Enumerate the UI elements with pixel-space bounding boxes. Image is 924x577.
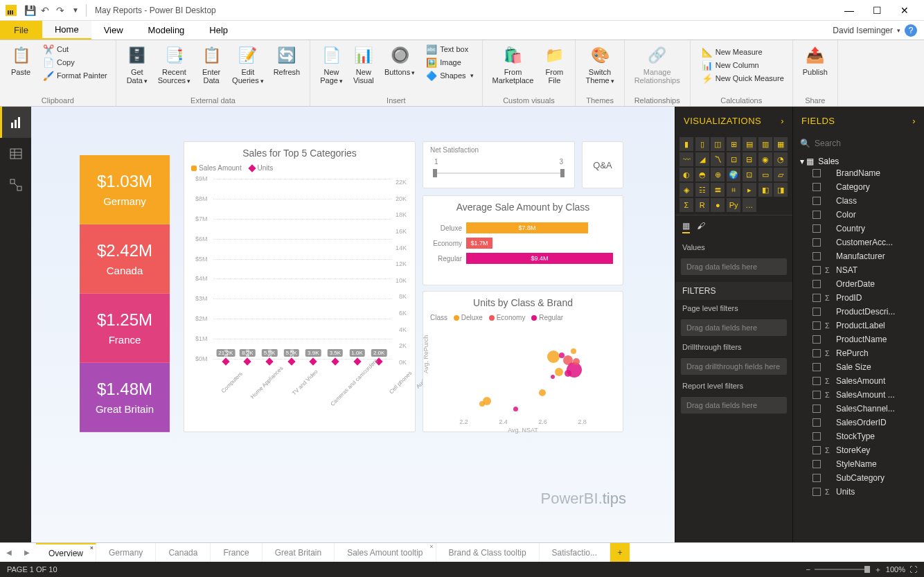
edit-queries-button[interactable]: 📝Edit Queries (228, 43, 268, 87)
viz-type[interactable]: ▱ (774, 168, 788, 181)
viz-type[interactable]: ▦ (774, 137, 788, 151)
from-marketplace-button[interactable]: 🛍️From Marketplace (488, 43, 538, 86)
user-name[interactable]: David Iseminger ▾ ? (833, 21, 924, 39)
viz-type[interactable]: ● (711, 198, 725, 212)
new-quick-measure-button[interactable]: ⚡New Quick Measure (699, 72, 787, 85)
from-file-button[interactable]: 📁From File (539, 43, 569, 86)
viz-type[interactable]: 〰 (679, 152, 693, 166)
viz-type[interactable]: ◓ (695, 168, 709, 181)
report-view-button[interactable] (0, 107, 31, 138)
tab-home[interactable]: Home (42, 21, 91, 39)
kpi-tile[interactable]: $1.48MGreat Britain (80, 363, 170, 432)
bar-chart-card[interactable]: Sales for Top 5 Categories Sales Amount … (184, 141, 416, 432)
recent-sources-button[interactable]: 📑Recent Sources (154, 43, 195, 87)
viz-type[interactable]: … (743, 198, 756, 212)
cut-button[interactable]: ✂️Cut (40, 43, 110, 55)
viz-type[interactable]: ▭ (758, 168, 772, 181)
save-button[interactable]: 💾 (22, 3, 37, 18)
new-page-button[interactable]: 📄New Page (316, 43, 347, 87)
viz-type[interactable]: ⊞ (727, 137, 740, 151)
zoom-out[interactable]: − (806, 565, 810, 574)
undo-button[interactable]: ↶ (37, 3, 53, 18)
avg-sale-card[interactable]: Average Sale Amount by Class Deluxe$7.8M… (423, 195, 623, 285)
page-tab[interactable]: Brand & Class tooltip (436, 543, 540, 562)
drill-filters-drop[interactable]: Drag drillthrough fields here (681, 358, 787, 375)
paste-button[interactable]: 📋Paste (6, 43, 36, 78)
maximize-button[interactable]: ☐ (863, 0, 891, 21)
buttons-button[interactable]: 🔘Buttons (380, 43, 419, 78)
field-item[interactable]: SalesOrderID (793, 416, 924, 429)
report-filters-drop[interactable]: Drag data fields here (681, 397, 787, 414)
viz-type[interactable]: ▥ (758, 137, 772, 151)
zoom-slider[interactable] (815, 569, 870, 570)
new-column-button[interactable]: 📊New Column (699, 59, 787, 71)
kpi-tile[interactable]: $1.25MFrance (80, 294, 170, 363)
help-icon[interactable]: ? (905, 24, 917, 37)
tab-modeling[interactable]: Modeling (136, 21, 197, 39)
textbox-button[interactable]: 🔤Text box (423, 43, 476, 55)
viz-type[interactable]: 〽 (711, 152, 725, 166)
field-item[interactable]: Color (793, 208, 924, 222)
field-item[interactable]: ΣRePurch (793, 346, 924, 360)
table-sales[interactable]: ▾ ▦ Sales (793, 152, 924, 166)
viz-type[interactable]: ◢ (695, 152, 709, 166)
viz-type[interactable]: Σ (679, 198, 693, 212)
manage-relationships-button[interactable]: 🔗Manage Relationships (630, 43, 684, 86)
page-tab[interactable]: Germany (96, 543, 156, 562)
field-item[interactable]: ΣNSAT (793, 263, 924, 277)
viz-type[interactable]: ◫ (711, 137, 725, 151)
field-item[interactable]: ΣStoreKey (793, 443, 924, 457)
filters-header[interactable]: FILTERS (675, 282, 792, 300)
new-measure-button[interactable]: 📐New Measure (699, 46, 787, 58)
viz-type[interactable]: ☷ (695, 183, 709, 197)
new-visual-button[interactable]: 📊New Visual (348, 43, 379, 86)
field-item[interactable]: ProductName (793, 332, 924, 346)
field-item[interactable]: ΣProdID (793, 291, 924, 305)
redo-button[interactable]: ↷ (53, 3, 68, 18)
viz-panel-header[interactable]: VISUALIZATIONS› (675, 107, 792, 134)
field-item[interactable]: SalesChannel... (793, 402, 924, 416)
viz-type[interactable]: ⊡ (743, 168, 756, 181)
switch-theme-button[interactable]: 🎨Switch Theme (581, 43, 618, 87)
data-view-button[interactable] (0, 138, 31, 169)
viz-type[interactable]: ⊕ (711, 168, 725, 181)
viz-type[interactable]: ◐ (679, 168, 693, 181)
fit-page-button[interactable]: ⛶ (909, 565, 917, 574)
field-item[interactable]: ΣSalesAmount (793, 374, 924, 388)
field-item[interactable]: BrandName (793, 166, 924, 180)
viz-type[interactable]: Py (727, 198, 740, 212)
format-painter-button[interactable]: 🖌️Format Painter (40, 69, 110, 82)
file-tab[interactable]: File (0, 21, 42, 39)
field-item[interactable]: Category (793, 180, 924, 194)
values-drop[interactable]: Drag data fields here (681, 258, 787, 275)
viz-type[interactable]: ⊡ (727, 152, 740, 166)
kpi-tile[interactable]: $1.03MGermany (80, 155, 170, 224)
viz-type[interactable]: ◔ (774, 152, 788, 166)
field-item[interactable]: ΣUnits (793, 485, 924, 499)
minimize-button[interactable]: ― (835, 0, 863, 21)
viz-type[interactable]: ▮ (679, 137, 693, 151)
zoom-in[interactable]: ＋ (874, 565, 882, 575)
field-item[interactable]: Sale Size (793, 360, 924, 374)
format-well-icon[interactable]: 🖌 (697, 221, 705, 233)
close-button[interactable]: ✕ (891, 0, 918, 21)
add-page-button[interactable]: ＋ (610, 543, 630, 562)
viz-type[interactable]: ⊟ (743, 152, 756, 166)
page-tab[interactable]: Great Britain (263, 543, 335, 562)
field-item[interactable]: ProductDescri... (793, 305, 924, 319)
field-item[interactable]: StockType (793, 429, 924, 443)
tab-view[interactable]: View (91, 21, 136, 39)
field-item[interactable]: Country (793, 222, 924, 236)
field-item[interactable]: OrderDate (793, 277, 924, 291)
page-tab[interactable]: Satisfactio... (540, 543, 610, 562)
viz-type[interactable]: ◨ (774, 183, 788, 197)
page-tab[interactable]: Sales Amount tooltip× (335, 543, 436, 562)
viz-type[interactable]: ◉ (758, 152, 772, 166)
enter-data-button[interactable]: 📋Enter Data (196, 43, 226, 86)
page-tab[interactable]: Canada (156, 543, 211, 562)
slicer-handle-right[interactable] (560, 169, 565, 177)
kpi-tile[interactable]: $2.42MCanada (80, 224, 170, 294)
search-input[interactable] (815, 139, 918, 148)
publish-button[interactable]: 📤Publish (799, 43, 832, 78)
field-item[interactable]: ΣSalesAmount ... (793, 388, 924, 402)
